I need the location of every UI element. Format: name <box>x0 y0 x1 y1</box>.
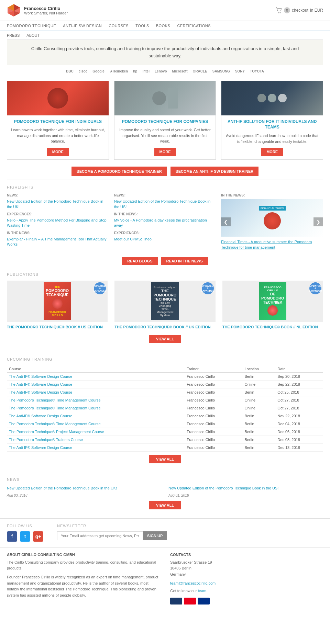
hl-link-itn-2[interactable]: My Voice - A Pomodoro a day keeps the pr… <box>114 218 216 228</box>
training-course-8[interactable]: The Pomodoro Technique® Trainers Course <box>7 436 185 444</box>
card-companies: POMODORO TECHNIQUE FOR COMPANIES Improve… <box>114 81 216 160</box>
highlights-col1: NEWS: New Updated Edition of the Pomodor… <box>7 193 109 250</box>
training-row: The Anti-IF® Software Design Course Fran… <box>7 381 323 388</box>
hl-link-news-2[interactable]: New Updated Edition of the Pomodoro Tech… <box>114 199 216 210</box>
training-location-8: Berlin <box>242 436 275 444</box>
card-more-antiif[interactable]: MORE <box>261 148 283 156</box>
card-more-individuals[interactable]: MORE <box>47 148 69 156</box>
carousel-prev[interactable]: ❮ <box>221 217 231 226</box>
pub-title-nl[interactable]: THE POMODORO TECHNIQUE® BOOK // NL EDITI… <box>222 325 323 330</box>
pub-title-us[interactable]: THE POMODORO TECHNIQUE® BOOK // US EDITI… <box>7 325 108 330</box>
pub-img-nl: FRANCESCO CIRILLO DEPOMODOROTECHNIEK UPD… <box>222 281 323 322</box>
btn-pomodoro-trainer[interactable]: BECOME A POMODORO TECHNIQUE TRAINER <box>72 167 167 176</box>
th-location: Location <box>242 365 275 373</box>
ft-header-bar: FINANCIAL TIMES <box>259 206 286 211</box>
social-facebook[interactable]: f <box>7 531 17 542</box>
btn-read-news[interactable]: READ IN THE NEWS <box>161 257 208 265</box>
footer-email[interactable]: team@francescocirillo.com <box>170 581 216 585</box>
card-more-companies[interactable]: MORE <box>154 148 176 156</box>
pub-us: THE POMODOROTECHNIQUE FRANCESCOCIRILLO U… <box>7 281 108 330</box>
training-course-5[interactable]: The Anti-IF® Software Design Course <box>7 412 185 420</box>
training-location-5: Berlin <box>242 412 275 420</box>
pub-book-img-nl: FRANCESCO CIRILLO DEPOMODOROTECHNIEK <box>259 282 286 320</box>
training-course-0[interactable]: The Anti-IF® Software Design Course <box>7 373 185 381</box>
pub-badge-uk: UPDATED &EXPANDED <box>202 282 214 294</box>
training-view-all[interactable]: VIEW ALL <box>149 455 181 463</box>
training-course-1[interactable]: The Anti-IF® Software Design Course <box>7 381 185 388</box>
training-trainer-3: Francesco Cirillo <box>185 396 242 404</box>
primary-nav: POMODORO TECHNIQUE ANTI-IF SW DESIGN COU… <box>0 21 330 31</box>
footer-about-col: ABOUT CIRILLO CONSULTING GMBH The Cirill… <box>7 553 160 605</box>
training-date-1: Sep 22, 2018 <box>275 381 323 388</box>
cart-area[interactable]: 0 checkout in EUR <box>275 7 323 14</box>
pub-title-uk[interactable]: THE POMODORO TECHNIQUE® BOOK // UK EDITI… <box>114 325 215 330</box>
th-date: Date <box>275 365 323 373</box>
training-course-7[interactable]: The Pomodoro Technique® Project Manageme… <box>7 428 185 436</box>
training-trainer-0: Francesco Cirillo <box>185 373 242 381</box>
site-name: Francesco Cirillo <box>24 6 68 11</box>
nav-books[interactable]: BOOKS <box>156 24 170 28</box>
training-course-3[interactable]: The Pomodoro Technique® Time Management … <box>7 396 185 404</box>
social-twitter[interactable]: t <box>20 531 30 542</box>
hl-link-itn-1[interactable]: Exemplar - Finally – A Time Management T… <box>7 237 109 247</box>
logo-icon <box>7 3 21 17</box>
news-view-all[interactable]: VIEW ALL <box>149 501 181 509</box>
nav-tools[interactable]: TOOLS <box>135 24 149 28</box>
training-course-9[interactable]: The Anti-IF® Software Design Course <box>7 444 185 452</box>
newsletter-title: NEWSLETTER <box>57 524 167 528</box>
nav-certifications[interactable]: CERTIFICATIONS <box>177 24 211 28</box>
training-course-6[interactable]: The Pomodoro Technique® Time Management … <box>7 420 185 428</box>
training-course-4[interactable]: The Pomodoro Technique® Time Management … <box>7 404 185 412</box>
cart-icon <box>275 7 282 14</box>
footer-payment-paypal <box>198 598 210 605</box>
news-link-1[interactable]: New Updated Edition of the Pomodoro Tech… <box>168 486 323 491</box>
hl-link-news-1[interactable]: New Updated Edition of the Pomodoro Tech… <box>7 199 109 210</box>
publications-title: PUBLICATIONS <box>7 272 323 276</box>
footer-about-title: ABOUT CIRILLO CONSULTING GMBH <box>7 553 160 557</box>
site-tagline: Work Smarter, Not Harder <box>24 11 68 15</box>
card-body-companies: POMODORO TECHNIQUE FOR COMPANIES Improve… <box>114 115 216 159</box>
news-date-0: Aug 03, 2018 <box>7 494 28 497</box>
card-text-antiif: Avoid dangerous IFs and learn how to bui… <box>225 133 319 144</box>
news-grid: New Updated Edition of the Pomodoro Tech… <box>7 486 323 497</box>
newsletter-col: NEWSLETTER SIGN UP <box>57 524 167 542</box>
nav-about[interactable]: ABOUT <box>26 33 40 37</box>
nav-pomodoro[interactable]: POMODORO TECHNIQUE <box>7 24 56 28</box>
svg-point-5 <box>278 12 279 13</box>
training-header-row: Course Trainer Location Date <box>7 365 323 373</box>
pub-book-img-us: THE POMODOROTECHNIQUE FRANCESCOCIRILLO <box>44 282 71 320</box>
partner-cisco: cisco <box>79 69 88 73</box>
nav-press[interactable]: PRESS <box>7 33 20 37</box>
pub-img-uk: Business only on THEPOMODOROTECHNIQUE Th… <box>114 281 215 322</box>
training-course-2[interactable]: The Anti-IF® Software Design Course <box>7 388 185 396</box>
news-date-1: Aug 01, 2018 <box>168 494 189 497</box>
nav-antiif[interactable]: ANTI-IF SW DESIGN <box>63 24 102 28</box>
logo-text-wrap: Francesco Cirillo Work Smarter, Not Hard… <box>24 6 68 15</box>
btn-antiif-trainer[interactable]: BECOME AN ANTI-IF SW DESIGN TRAINER <box>170 167 259 176</box>
footer: ABOUT CIRILLO CONSULTING GMBH The Cirill… <box>0 547 330 610</box>
card-title-companies: POMODORO TECHNIQUE FOR COMPANIES <box>118 119 212 125</box>
pub-badge-nl: UPDATED &EXPANDED <box>309 282 321 294</box>
btn-read-blogs[interactable]: READ BLOGS <box>122 257 157 265</box>
news-link-0[interactable]: New Updated Edition of the Pomodoro Tech… <box>7 486 162 491</box>
card-img-individuals <box>7 81 109 115</box>
publications-view-all[interactable]: VIEW ALL <box>149 335 181 343</box>
training-row: The Pomodoro Technique® Trainers Course … <box>7 436 323 444</box>
newsletter-signup-button[interactable]: SIGN UP <box>143 531 167 540</box>
partner-toyota: TOYOTA <box>250 69 264 73</box>
checkout-label[interactable]: checkout <box>292 8 308 13</box>
card-img-companies <box>114 81 216 115</box>
newsletter-email-input[interactable] <box>57 531 143 540</box>
hl-link-exp-2[interactable]: Meet our CPMS: Theo <box>114 237 216 242</box>
cart-count: 0 <box>284 7 290 13</box>
hl-label-itn-3: IN THE NEWS: <box>221 193 323 197</box>
footer-team-link[interactable]: team. <box>198 589 208 593</box>
footer-payment-visa <box>170 598 182 605</box>
social-googleplus[interactable]: g+ <box>33 531 43 542</box>
hl-link-exp-1[interactable]: Nello - Apply The Pomodoro Method For Bl… <box>7 218 109 228</box>
hl-caption-ft[interactable]: Financial Times - A productive summer: t… <box>221 240 312 249</box>
training-location-2: Berlin <box>242 388 275 396</box>
card-individuals: POMODORO TECHNIQUE FOR INDIVIDUALS Learn… <box>7 81 109 160</box>
nav-courses[interactable]: COURSES <box>109 24 129 28</box>
carousel-next[interactable]: ❯ <box>314 217 323 226</box>
